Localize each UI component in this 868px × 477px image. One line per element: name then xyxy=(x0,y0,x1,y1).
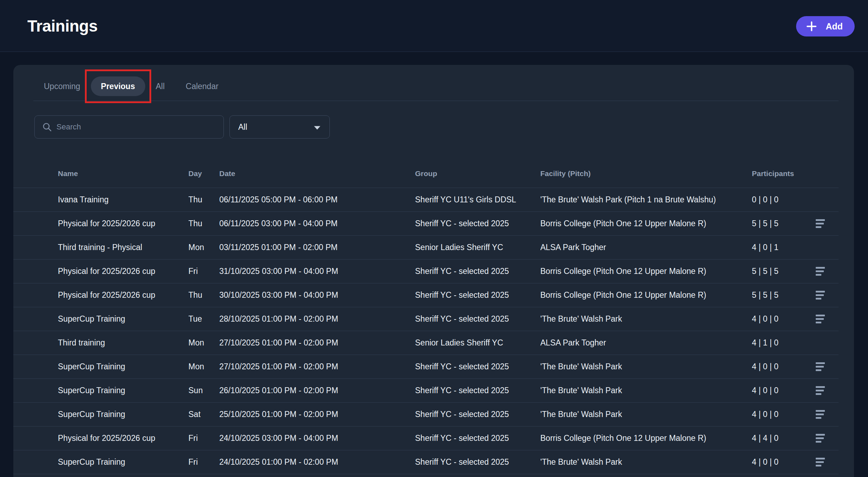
training-participants: 4 | 0 | 0 xyxy=(752,410,802,419)
add-button[interactable]: Add xyxy=(796,16,855,36)
trainings-table: Name Day Date Group Facility (Pitch) Par… xyxy=(13,160,839,474)
training-name: SuperCup Training xyxy=(13,410,188,419)
training-participants: 4 | 1 | 0 xyxy=(752,338,802,348)
table-row[interactable]: SuperCup Training Sat 25/10/2025 01:00 P… xyxy=(13,403,839,426)
training-facility: 'The Brute' Walsh Park xyxy=(540,314,752,324)
table-row[interactable]: SuperCup Training Mon 27/10/2025 01:00 P… xyxy=(13,355,839,379)
search-box xyxy=(34,115,224,139)
training-facility: Borris College (Pitch One 12 Upper Malon… xyxy=(540,219,752,228)
table-row[interactable]: Ivana Training Thu 06/11/2025 05:00 PM -… xyxy=(13,188,839,212)
row-notes-icon[interactable] xyxy=(816,267,825,276)
training-date: 26/10/2025 01:00 PM - 02:00 PM xyxy=(219,386,415,395)
column-header-participants: Participants xyxy=(752,169,802,178)
tab-calendar[interactable]: Calendar xyxy=(175,76,229,96)
tab-previous[interactable]: Previous xyxy=(91,76,145,96)
training-participants: 5 | 5 | 5 xyxy=(752,290,802,300)
group-filter-value: All xyxy=(238,122,247,132)
training-name: Third training xyxy=(13,338,188,348)
training-day: Mon xyxy=(188,243,219,252)
column-header-facility: Facility (Pitch) xyxy=(540,169,752,178)
search-icon xyxy=(42,122,52,132)
row-notes-icon[interactable] xyxy=(816,315,825,323)
table-row[interactable]: SuperCup Training Tue 28/10/2025 01:00 P… xyxy=(13,307,839,331)
training-facility: Borris College (Pitch One 12 Upper Malon… xyxy=(540,434,752,443)
tab-upcoming[interactable]: Upcoming xyxy=(33,76,91,96)
group-filter-select[interactable]: All xyxy=(229,115,330,139)
table-row[interactable]: Physical for 2025/2026 cup Thu 30/10/202… xyxy=(13,283,839,307)
training-name: Physical for 2025/2026 cup xyxy=(13,434,188,443)
column-header-day: Day xyxy=(188,169,219,178)
training-name: SuperCup Training xyxy=(13,386,188,395)
training-day: Fri xyxy=(188,434,219,443)
training-date: 25/10/2025 01:00 PM - 02:00 PM xyxy=(219,410,415,419)
training-date: 30/10/2025 03:00 PM - 04:00 PM xyxy=(219,290,415,300)
training-group: Sheriff YC - selected 2025 xyxy=(415,290,540,300)
training-date: 06/11/2025 05:00 PM - 06:00 PM xyxy=(219,195,415,204)
training-facility: 'The Brute' Walsh Park xyxy=(540,457,752,467)
training-facility: ALSA Park Togher xyxy=(540,338,752,348)
training-participants: 4 | 4 | 0 xyxy=(752,434,802,443)
training-date: 24/10/2025 01:00 PM - 02:00 PM xyxy=(219,457,415,467)
chevron-down-icon xyxy=(314,126,320,130)
training-name: Physical for 2025/2026 cup xyxy=(13,290,188,300)
training-name: Physical for 2025/2026 cup xyxy=(13,267,188,276)
training-participants: 4 | 0 | 0 xyxy=(752,362,802,371)
training-facility: 'The Brute' Walsh Park xyxy=(540,410,752,419)
training-participants: 4 | 0 | 1 xyxy=(752,243,802,252)
row-notes-icon[interactable] xyxy=(816,362,825,371)
training-day: Sat xyxy=(188,410,219,419)
training-group: Sheriff YC - selected 2025 xyxy=(415,410,540,419)
add-button-label: Add xyxy=(826,21,843,32)
training-participants: 4 | 0 | 0 xyxy=(752,457,802,467)
training-participants: 5 | 5 | 5 xyxy=(752,267,802,276)
training-group: Sheriff YC - selected 2025 xyxy=(415,219,540,228)
table-row[interactable]: Physical for 2025/2026 cup Fri 24/10/202… xyxy=(13,426,839,450)
row-notes-icon[interactable] xyxy=(816,386,825,395)
training-day: Fri xyxy=(188,457,219,467)
training-facility: 'The Brute' Walsh Park xyxy=(540,362,752,371)
table-row[interactable]: Third training - Physical Mon 03/11/2025… xyxy=(13,236,839,260)
training-participants: 4 | 0 | 0 xyxy=(752,386,802,395)
training-participants: 4 | 0 | 0 xyxy=(752,314,802,324)
training-day: Thu xyxy=(188,219,219,228)
training-group: Senior Ladies Sheriff YC xyxy=(415,338,540,348)
training-date: 31/10/2025 03:00 PM - 04:00 PM xyxy=(219,267,415,276)
table-row[interactable]: Physical for 2025/2026 cup Thu 06/11/202… xyxy=(13,212,839,236)
row-notes-icon[interactable] xyxy=(816,458,825,466)
row-notes-icon[interactable] xyxy=(816,291,825,300)
training-day: Mon xyxy=(188,362,219,371)
tab-bar: UpcomingPreviousAllCalendar xyxy=(13,65,854,101)
training-date: 03/11/2025 01:00 PM - 02:00 PM xyxy=(219,243,415,252)
training-facility: ALSA Park Togher xyxy=(540,243,752,252)
training-participants: 0 | 0 | 0 xyxy=(752,195,802,204)
column-header-name: Name xyxy=(13,169,188,178)
row-notes-icon[interactable] xyxy=(816,219,825,228)
tab-bar-divider xyxy=(33,101,839,101)
plus-icon xyxy=(807,21,816,31)
table-row[interactable]: Third training Mon 27/10/2025 01:00 PM -… xyxy=(13,331,839,355)
search-input[interactable] xyxy=(35,116,223,138)
row-notes-icon[interactable] xyxy=(816,410,825,419)
training-facility: Borris College (Pitch One 12 Upper Malon… xyxy=(540,290,752,300)
row-notes-icon[interactable] xyxy=(816,434,825,443)
training-name: Physical for 2025/2026 cup xyxy=(13,219,188,228)
page-title: Trainings xyxy=(27,16,98,35)
column-header-date: Date xyxy=(219,169,415,178)
training-day: Tue xyxy=(188,314,219,324)
training-date: 06/11/2025 03:00 PM - 04:00 PM xyxy=(219,219,415,228)
training-participants: 5 | 5 | 5 xyxy=(752,219,802,228)
table-row[interactable]: SuperCup Training Fri 24/10/2025 01:00 P… xyxy=(13,450,839,474)
app-header: Trainings Add xyxy=(0,0,868,52)
training-name: Ivana Training xyxy=(13,195,188,204)
training-group: Sheriff YC - selected 2025 xyxy=(415,362,540,371)
training-facility: 'The Brute' Walsh Park xyxy=(540,386,752,395)
table-row[interactable]: SuperCup Training Sun 26/10/2025 01:00 P… xyxy=(13,379,839,403)
column-header-group: Group xyxy=(415,169,540,178)
training-group: Sheriff YC - selected 2025 xyxy=(415,434,540,443)
training-day: Thu xyxy=(188,290,219,300)
tab-all[interactable]: All xyxy=(145,76,175,96)
training-facility: Borris College (Pitch One 12 Upper Malon… xyxy=(540,267,752,276)
table-row[interactable]: Physical for 2025/2026 cup Fri 31/10/202… xyxy=(13,260,839,283)
table-header-row: Name Day Date Group Facility (Pitch) Par… xyxy=(13,160,839,188)
training-group: Sheriff YC - selected 2025 xyxy=(415,314,540,324)
